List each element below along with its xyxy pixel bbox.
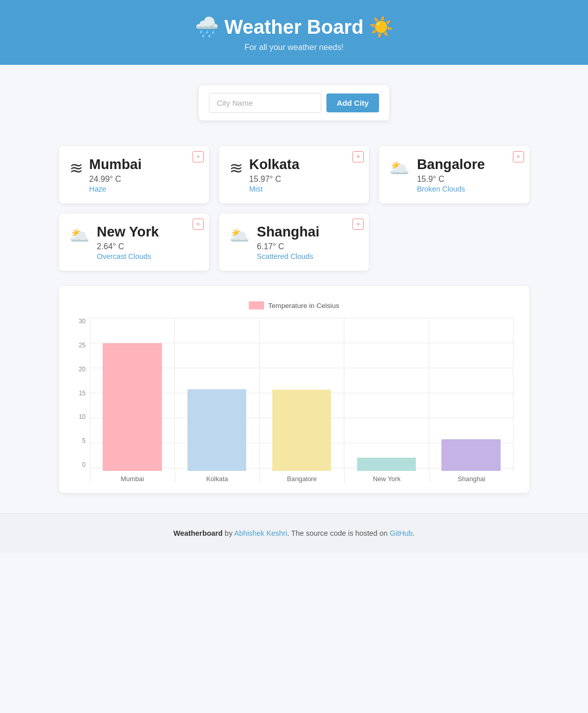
- y-axis-label: 10: [75, 413, 86, 420]
- remove-city-button[interactable]: ×: [193, 219, 204, 230]
- card-city: Kolkata: [249, 156, 299, 173]
- card-city: Bangalore: [417, 156, 485, 173]
- header-subtitle: For all your weather needs!: [10, 43, 578, 52]
- bar-group: [174, 318, 259, 471]
- weather-card: 🌥️ New York 2.64° C Overcast Clouds ×: [59, 213, 209, 271]
- x-axis-label: Shanghai: [429, 471, 514, 483]
- chart-plot: MumbaiKolkataBangaloreNew YorkShanghai: [90, 318, 514, 483]
- legend-label: Temperature in Celsius: [268, 302, 339, 310]
- y-axis-label: 30: [75, 318, 86, 325]
- weather-card: ≋ Mumbai 24.99° C Haze ×: [59, 146, 209, 203]
- bar-group: [429, 318, 514, 471]
- y-axis-label: 20: [75, 366, 86, 373]
- card-info: Kolkata 15.97° C Mist: [249, 156, 299, 193]
- x-axis-label: New York: [344, 471, 429, 483]
- bar: [357, 458, 416, 471]
- bar: [272, 390, 331, 471]
- remove-city-button[interactable]: ×: [193, 151, 204, 162]
- card-condition: Haze: [89, 185, 142, 193]
- card-info: Bangalore 15.9° C Broken Clouds: [417, 156, 485, 193]
- weather-card: 🌥️ Shanghai 6.17° C Scattered Clouds ×: [219, 213, 369, 271]
- weather-card: ≋ Kolkata 15.97° C Mist ×: [219, 146, 369, 203]
- bar: [441, 439, 500, 471]
- remove-city-button[interactable]: ×: [352, 219, 364, 230]
- x-labels: MumbaiKolkataBangaloreNew YorkShanghai: [90, 471, 514, 483]
- x-axis-label: Kolkata: [175, 471, 260, 483]
- city-name-input[interactable]: [209, 93, 321, 113]
- card-city: Shanghai: [257, 224, 319, 240]
- sun-icon: ☀️: [369, 16, 393, 38]
- card-city: Mumbai: [89, 156, 142, 173]
- search-section: Add City: [0, 65, 588, 131]
- bar: [187, 389, 246, 471]
- weather-card: 🌥️ Bangalore 15.9° C Broken Clouds ×: [379, 146, 529, 203]
- card-weather-icon: ≋: [229, 158, 242, 178]
- chart-legend: Temperature in Celsius: [75, 301, 514, 310]
- chart-inner: 051015202530 MumbaiKolkataBangaloreNew Y…: [75, 318, 514, 483]
- card-temp: 2.64° C: [97, 242, 159, 251]
- x-axis-label: Mumbai: [90, 471, 175, 483]
- card-info: New York 2.64° C Overcast Clouds: [97, 224, 159, 260]
- card-weather-icon: 🌥️: [229, 226, 250, 245]
- y-axis-label: 0: [75, 461, 86, 468]
- page-header: 🌧️ Weather Board ☀️ For all your weather…: [0, 0, 588, 65]
- page-footer: Weatherboard by Abhishek Keshri. The sou…: [0, 513, 588, 553]
- page-title: 🌧️ Weather Board ☀️: [10, 15, 578, 39]
- github-link[interactable]: GitHub: [390, 529, 413, 537]
- card-condition: Broken Clouds: [417, 185, 485, 193]
- y-axis: 051015202530: [75, 318, 90, 483]
- weather-cards-grid: ≋ Mumbai 24.99° C Haze × ≋ Kolkata 15.97…: [49, 146, 539, 271]
- remove-city-button[interactable]: ×: [513, 151, 524, 162]
- legend-swatch: [249, 301, 264, 310]
- rain-icon: 🌧️: [195, 16, 219, 38]
- card-temp: 24.99° C: [89, 175, 142, 184]
- card-condition: Scattered Clouds: [257, 252, 319, 260]
- remove-city-button[interactable]: ×: [352, 151, 364, 162]
- card-info: Shanghai 6.17° C Scattered Clouds: [257, 224, 319, 260]
- bar: [103, 343, 161, 471]
- card-temp: 15.97° C: [249, 175, 299, 184]
- bar-group: [90, 318, 175, 471]
- card-temp: 6.17° C: [257, 242, 319, 251]
- y-axis-label: 15: [75, 390, 86, 397]
- bar-group: [259, 318, 344, 471]
- card-condition: Mist: [249, 185, 299, 193]
- bar-group: [344, 318, 429, 471]
- card-info: Mumbai 24.99° C Haze: [89, 156, 142, 193]
- footer-text: Weatherboard by Abhishek Keshri. The sou…: [173, 529, 414, 537]
- y-axis-label: 5: [75, 437, 86, 444]
- card-city: New York: [97, 224, 159, 240]
- y-axis-label: 25: [75, 342, 86, 349]
- bars-area: [90, 318, 514, 471]
- author-link[interactable]: Abhishek Keshri: [234, 529, 287, 537]
- x-axis-label: Bangalore: [260, 471, 344, 483]
- chart-box: Temperature in Celsius 051015202530 Mumb…: [59, 286, 529, 493]
- add-city-button[interactable]: Add City: [326, 93, 379, 112]
- chart-container: Temperature in Celsius 051015202530 Mumb…: [49, 286, 539, 493]
- card-weather-icon: 🌥️: [389, 158, 410, 178]
- card-temp: 15.9° C: [417, 175, 485, 184]
- footer-brand: Weatherboard: [173, 529, 223, 537]
- search-box: Add City: [199, 85, 389, 121]
- card-weather-icon: ≋: [69, 158, 82, 178]
- card-condition: Overcast Clouds: [97, 252, 159, 260]
- card-weather-icon: 🌥️: [69, 226, 90, 245]
